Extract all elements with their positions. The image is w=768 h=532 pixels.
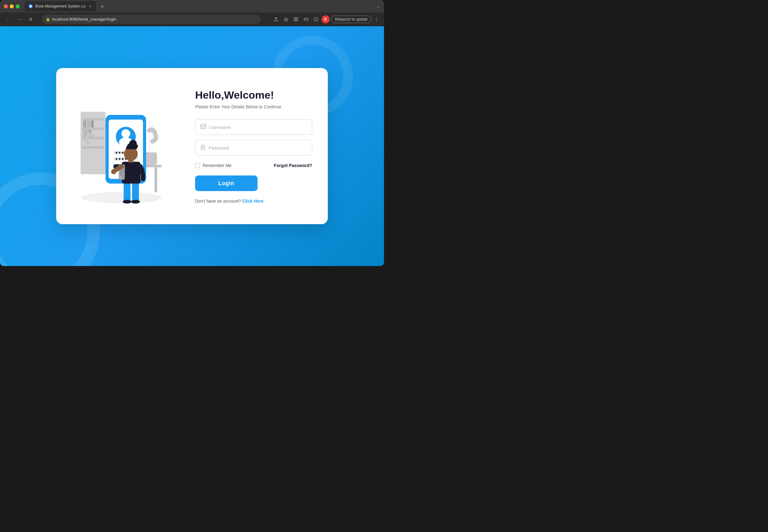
svg-point-59 <box>203 148 204 149</box>
svg-rect-51 <box>120 170 124 176</box>
welcome-title: Hello,Welcome! <box>195 89 312 101</box>
browser-actions: E Relaunch to update ⋮ <box>272 15 380 24</box>
svg-point-34 <box>122 152 124 154</box>
svg-rect-6 <box>304 18 308 21</box>
no-account-text: Don't have an account? <box>195 199 241 204</box>
tab-title: Book Management System Lo <box>35 4 86 8</box>
svg-rect-3 <box>296 17 298 19</box>
back-button[interactable]: ← <box>4 15 12 24</box>
more-options-icon[interactable]: ⋮ <box>373 16 380 22</box>
url-text: localhost:8080/book_manager/login <box>52 17 116 22</box>
browser-tab[interactable]: Book Management System Lo ✕ <box>25 1 96 11</box>
bookmark-icon[interactable] <box>282 15 290 24</box>
maximize-button[interactable] <box>16 4 20 8</box>
svg-rect-5 <box>296 20 298 21</box>
svg-point-52 <box>111 169 116 174</box>
svg-rect-57 <box>201 124 206 129</box>
tab-groups-icon[interactable] <box>302 15 310 24</box>
traffic-lights <box>4 4 20 8</box>
extensions-icon[interactable] <box>292 15 300 24</box>
svg-rect-4 <box>294 20 296 21</box>
login-card: Hello,Welcome! Please Enter Your Details… <box>56 68 328 224</box>
minimize-button[interactable] <box>10 4 14 8</box>
svg-rect-16 <box>83 121 86 127</box>
svg-point-10 <box>81 192 162 203</box>
password-input[interactable] <box>209 145 307 150</box>
form-side: Hello,Welcome! Please Enter Your Details… <box>186 68 328 224</box>
remember-me-checkbox[interactable] <box>195 163 200 168</box>
tab-favicon-icon <box>28 4 33 8</box>
svg-rect-46 <box>132 182 139 202</box>
svg-point-38 <box>119 158 121 160</box>
svg-rect-13 <box>82 127 104 130</box>
close-button[interactable] <box>4 4 8 8</box>
username-input[interactable] <box>209 125 307 130</box>
svg-point-32 <box>116 152 117 154</box>
svg-point-47 <box>123 200 131 204</box>
share-icon[interactable] <box>272 15 280 24</box>
profile-button[interactable]: E <box>322 15 330 23</box>
browser-window: Book Management System Lo ✕ + ⌄ ← → ↺ 🔒 … <box>0 0 384 266</box>
svg-point-44 <box>149 127 154 132</box>
svg-point-37 <box>116 158 117 160</box>
address-bar: ← → ↺ 🔒 localhost:8080/book_manager/logi… <box>0 12 384 26</box>
tab-expand-icon[interactable]: ⌄ <box>377 4 380 9</box>
svg-rect-2 <box>294 17 296 19</box>
tab-close-button[interactable]: ✕ <box>88 4 92 8</box>
signup-row: Don't have an account? Click Here <box>195 199 312 204</box>
new-tab-button[interactable]: + <box>98 2 107 11</box>
svg-marker-1 <box>284 17 288 21</box>
tabs-area: Book Management System Lo ✕ + <box>25 1 374 11</box>
svg-point-29 <box>121 129 130 138</box>
svg-point-48 <box>131 200 140 204</box>
forgot-password-link[interactable]: Forgot Password? <box>274 163 312 168</box>
svg-rect-18 <box>91 121 94 127</box>
illustration-side <box>56 68 186 224</box>
split-screen-icon[interactable] <box>312 15 320 24</box>
page-content: Hello,Welcome! Please Enter Your Details… <box>0 26 384 266</box>
svg-rect-17 <box>87 121 91 127</box>
username-input-wrapper[interactable] <box>195 119 312 135</box>
svg-rect-45 <box>124 182 130 202</box>
svg-point-0 <box>29 5 32 7</box>
svg-point-39 <box>122 158 124 160</box>
options-row: Remember Me Forgot Password? <box>195 163 312 168</box>
login-button[interactable]: Login <box>195 175 258 191</box>
refresh-button[interactable]: ↺ <box>26 15 35 24</box>
username-group <box>195 119 312 135</box>
svg-rect-23 <box>155 167 157 192</box>
username-icon <box>200 124 206 130</box>
remember-me-label[interactable]: Remember Me <box>195 163 232 168</box>
remember-me-text: Remember Me <box>203 163 232 168</box>
svg-point-56 <box>134 144 138 148</box>
svg-rect-12 <box>82 118 104 121</box>
forward-button[interactable]: → <box>15 15 24 24</box>
password-group <box>195 140 312 155</box>
welcome-subtitle: Please Enter Your Details Below to Conti… <box>195 104 312 109</box>
svg-point-33 <box>119 152 121 154</box>
login-illustration <box>68 87 174 205</box>
password-icon <box>200 144 205 151</box>
signup-link[interactable]: Click Here <box>242 199 263 204</box>
title-bar: Book Management System Lo ✕ + ⌄ <box>0 0 384 12</box>
secure-icon: 🔒 <box>46 17 50 22</box>
url-bar[interactable]: 🔒 localhost:8080/book_manager/login <box>42 15 260 24</box>
svg-rect-15 <box>82 146 104 149</box>
password-input-wrapper[interactable] <box>195 140 312 155</box>
relaunch-button[interactable]: Relaunch to update <box>331 16 372 23</box>
